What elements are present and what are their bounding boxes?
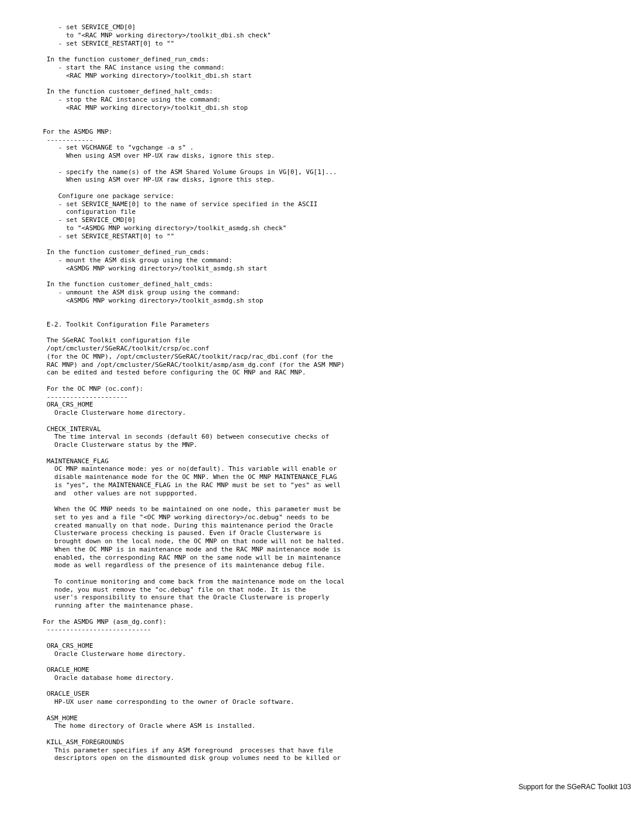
document-body: - set SERVICE_CMD[0] to "<RAC MNP workin… [0, 0, 631, 783]
page-footer: Support for the SGeRAC Toolkit 103 [0, 783, 631, 806]
